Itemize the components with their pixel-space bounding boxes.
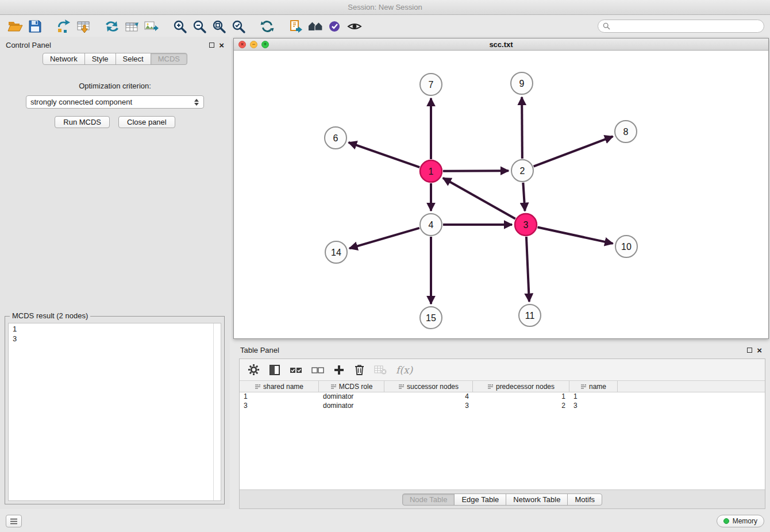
control-panel-tabs: Network Style Select MCDS — [0, 53, 230, 65]
create-column-button[interactable] — [333, 364, 345, 376]
first-neighbors-button[interactable] — [306, 18, 325, 35]
close-panel-icon[interactable]: × — [757, 348, 762, 353]
table-body: 1dominator4113dominator323 — [240, 392, 765, 411]
table-row[interactable]: 1dominator411 — [240, 392, 765, 402]
graph-edge-1-2[interactable] — [443, 171, 509, 171]
column-header-successor_nodes[interactable]: successor nodes — [384, 381, 473, 392]
table-row[interactable]: 3dominator323 — [240, 402, 765, 411]
window-zoom-icon[interactable]: + — [261, 41, 269, 48]
tab-network[interactable]: Network — [43, 53, 85, 65]
graph-node-label: 4 — [429, 220, 434, 230]
global-search[interactable] — [598, 20, 764, 33]
graph-node-label: 2 — [520, 166, 525, 176]
graph-edge-3-11[interactable] — [526, 237, 529, 302]
close-panel-icon[interactable]: × — [219, 43, 224, 48]
window-close-icon[interactable]: × — [238, 41, 246, 48]
window-titlebar[interactable]: Session: New Session — [0, 0, 770, 15]
refresh-view-button[interactable] — [257, 18, 277, 35]
apply-style-button[interactable] — [325, 18, 345, 35]
tab-network-table[interactable]: Network Table — [506, 494, 568, 506]
optimization-criterion-select[interactable]: strongly connected component — [26, 95, 204, 109]
select-all-rows-button[interactable] — [290, 366, 302, 374]
table-settings-button[interactable] — [248, 364, 260, 376]
delete-table-button[interactable] — [374, 365, 387, 375]
column-header-name[interactable]: name — [569, 381, 618, 392]
open-session-button[interactable] — [6, 18, 25, 35]
table-cell-successor_nodes: 3 — [384, 402, 473, 411]
tab-mcds[interactable]: MCDS — [151, 53, 187, 65]
sort-icon — [487, 384, 494, 390]
close-panel-button[interactable]: Close panel — [118, 116, 175, 128]
zoom-out-button[interactable] — [190, 18, 209, 35]
zoom-in-button[interactable] — [170, 18, 190, 35]
show-graphics-details-button[interactable] — [345, 18, 364, 35]
apply-style-icon — [328, 19, 342, 34]
columns-icon — [269, 364, 280, 376]
global-search-input[interactable] — [613, 22, 759, 31]
graph-edge-3-1[interactable] — [443, 178, 515, 219]
table-toolbar: f(x) — [240, 359, 765, 381]
graph-edge-3-10[interactable] — [538, 227, 613, 243]
sort-icon — [398, 384, 405, 390]
zoom-fit-button[interactable] — [209, 18, 229, 35]
deselect-all-rows-button[interactable] — [311, 366, 324, 374]
eye-icon — [347, 19, 362, 34]
zoom-selected-button[interactable] — [229, 18, 248, 35]
memory-button[interactable]: Memory — [717, 515, 764, 527]
table-cell-name: 3 — [569, 402, 618, 411]
tab-motifs[interactable]: Motifs — [567, 494, 602, 506]
network-window-title: scc.txt — [489, 40, 513, 49]
graph-edge-2-9[interactable] — [522, 97, 522, 159]
combo-stepper-icon — [194, 99, 199, 106]
column-header-shared_name[interactable]: shared name — [240, 381, 319, 392]
graph-node-label: 9 — [519, 79, 525, 88]
network-canvas[interactable]: 7968124314101511 — [234, 51, 768, 338]
graph-node-label: 6 — [333, 133, 338, 143]
import-network-file-button[interactable] — [54, 18, 74, 35]
tab-edge-table[interactable]: Edge Table — [454, 494, 506, 506]
export-image-button[interactable] — [141, 18, 161, 35]
copy-style-button[interactable] — [286, 18, 306, 35]
mcds-panel-body: Optimization criterion: strongly connect… — [0, 69, 230, 509]
save-session-button[interactable] — [25, 18, 45, 35]
import-network-icon — [56, 19, 71, 34]
delete-column-button[interactable] — [354, 364, 365, 376]
column-selector-button[interactable] — [269, 364, 280, 376]
graph-edge-2-8[interactable] — [534, 136, 613, 166]
window-minimize-icon[interactable]: − — [250, 41, 257, 48]
new-network-button[interactable] — [102, 18, 122, 35]
gear-icon — [248, 364, 260, 376]
graph-node-label: 8 — [623, 127, 629, 137]
float-panel-icon[interactable] — [209, 43, 214, 48]
new-table-button[interactable] — [122, 18, 141, 35]
column-header-predecessor_nodes[interactable]: predecessor nodes — [473, 381, 569, 392]
run-mcds-button[interactable]: Run MCDS — [55, 116, 110, 128]
tab-node-table[interactable]: Node Table — [402, 494, 455, 506]
mcds-result-group: MCDS result (2 nodes) 13 — [5, 316, 225, 504]
graph-edge-1-6[interactable] — [349, 142, 420, 167]
graph-edge-4-14[interactable] — [349, 228, 419, 248]
column-header-mcds_role[interactable]: MCDS role — [319, 381, 384, 392]
float-panel-icon[interactable] — [747, 348, 752, 353]
table-cell-successor_nodes: 4 — [384, 392, 473, 402]
network-window-titlebar[interactable]: × − + scc.txt — [234, 38, 768, 51]
tab-style[interactable]: Style — [84, 53, 116, 65]
main-toolbar — [0, 16, 770, 37]
graph-edge-2-3[interactable] — [523, 183, 525, 211]
result-scrollbar-track[interactable] — [213, 323, 214, 500]
optimization-criterion-value: strongly connected component — [30, 98, 132, 106]
toolbar-separator — [161, 26, 170, 26]
task-history-button[interactable] — [6, 515, 22, 527]
tab-select[interactable]: Select — [116, 53, 151, 65]
memory-button-label: Memory — [733, 517, 757, 525]
function-builder-button[interactable]: f(x) — [396, 364, 413, 376]
memory-status-icon — [723, 518, 729, 524]
import-table-file-button[interactable] — [74, 18, 93, 35]
graph-node-label: 10 — [621, 242, 632, 252]
mcds-result-text[interactable]: 13 — [8, 323, 221, 501]
zoom-fit-icon — [211, 19, 226, 34]
table-header-row: shared nameMCDS rolesuccessor nodesprede… — [240, 381, 765, 392]
column-header-label: predecessor nodes — [496, 383, 555, 391]
table-tabstrip: Node Table Edge Table Network Table Moti… — [240, 489, 765, 508]
graph-node-label: 14 — [331, 248, 341, 257]
